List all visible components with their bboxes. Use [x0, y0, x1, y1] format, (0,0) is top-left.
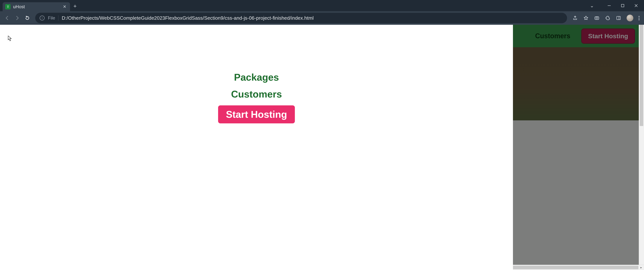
- vertical-scroll-thumb[interactable]: [640, 25, 643, 126]
- sidepanel-icon[interactable]: [616, 15, 621, 21]
- forward-button[interactable]: [13, 14, 21, 22]
- hscroll-right-icon[interactable]: ▸: [638, 266, 644, 269]
- minimize-icon[interactable]: [607, 3, 612, 8]
- extensions-icon[interactable]: [605, 15, 610, 21]
- page-viewport: Customers Start Hosting on. Packages Cus…: [0, 25, 644, 270]
- favicon-icon: ⇪: [5, 4, 10, 9]
- new-tab-button[interactable]: +: [74, 3, 77, 9]
- cursor-icon: [8, 36, 12, 41]
- tab-title: uHost: [13, 4, 60, 9]
- back-button[interactable]: [3, 14, 11, 22]
- svg-point-4: [596, 17, 598, 19]
- nav-cta-start-hosting[interactable]: Start Hosting: [581, 29, 635, 44]
- svg-rect-1: [621, 4, 624, 7]
- url-scheme-label: File: [48, 15, 58, 21]
- profile-avatar[interactable]: [626, 15, 633, 21]
- bookmark-star-icon[interactable]: [583, 15, 589, 21]
- mobile-nav-overlay[interactable]: Packages Customers Start Hosting: [0, 25, 513, 270]
- site-info-icon[interactable]: i: [40, 16, 44, 21]
- mobile-nav-start-hosting[interactable]: Start Hosting: [218, 105, 295, 123]
- chrome-menu-icon[interactable]: [638, 16, 640, 20]
- tab-close-icon[interactable]: ✕: [63, 4, 66, 9]
- nav-link-customers[interactable]: Customers: [535, 32, 570, 40]
- mobile-nav-packages[interactable]: Packages: [234, 72, 279, 83]
- share-icon[interactable]: [572, 15, 578, 21]
- maximize-icon[interactable]: [620, 3, 625, 8]
- svg-rect-6: [617, 16, 620, 20]
- browser-tab[interactable]: ⇪ uHost ✕: [2, 2, 70, 11]
- reload-button[interactable]: [23, 14, 32, 22]
- toolbar-actions: [571, 15, 641, 21]
- window-controls: ⌄: [590, 0, 644, 11]
- close-window-icon[interactable]: [634, 3, 638, 8]
- url-text: D:/OtherProjects/WebCSSCompleteGuide2023…: [62, 15, 314, 21]
- mobile-nav-customers[interactable]: Customers: [231, 88, 282, 100]
- lens-icon[interactable]: [594, 15, 600, 21]
- titlebar: ⇪ uHost ✕ + ⌄: [0, 0, 644, 11]
- vertical-scrollbar[interactable]: [639, 25, 644, 265]
- address-bar[interactable]: i File D:/OtherProjects/WebCSSCompleteGu…: [35, 13, 567, 23]
- browser-toolbar: i File D:/OtherProjects/WebCSSCompleteGu…: [0, 11, 644, 25]
- tab-search-icon[interactable]: ⌄: [590, 3, 594, 8]
